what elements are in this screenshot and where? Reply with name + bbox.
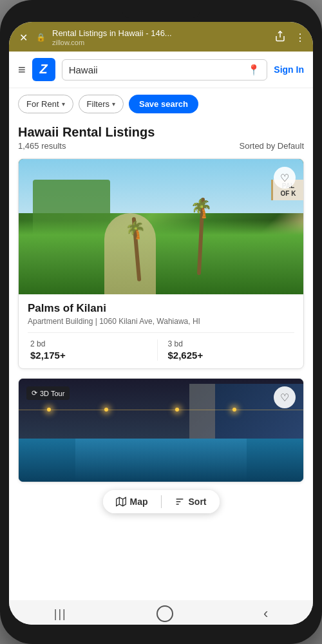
listing-card-2[interactable]: ♡ ⟳ 3D Tour (18, 378, 304, 482)
phone-notch (122, 12, 200, 18)
main-content: ≡ Z 📍 Sign In For Rent ▾ Filters ▾ (9, 52, 313, 600)
filters-chevron-icon: ▾ (112, 100, 115, 108)
zillow-logo[interactable]: Z (32, 58, 55, 81)
browser-url-text: Rental Listings in Hawaii - 146... (52, 28, 268, 38)
listing-card-1[interactable]: 🌴 🌴 PALOF K ♡ Palms of Kilani Apa (18, 158, 304, 369)
map-button[interactable]: Map (103, 490, 161, 513)
bottom-action-bar: Map Sort (9, 482, 313, 521)
browser-close-button[interactable]: ✕ (17, 32, 30, 44)
save-search-button[interactable]: Save search (129, 95, 198, 113)
svg-marker-1 (116, 497, 126, 506)
results-count: 1,465 results (18, 141, 66, 151)
nav-back-icon[interactable]: ‹ (263, 605, 268, 622)
filter-bar: For Rent ▾ Filters ▾ Save search (9, 88, 313, 120)
filters-button[interactable]: Filters ▾ (79, 95, 124, 113)
nav-lines-icon: ||| (54, 607, 67, 621)
phone-bottom-nav: ||| ‹ (9, 600, 313, 625)
price-amount-2: $2,625+ (168, 350, 292, 361)
results-header: Hawaii Rental Listings 1,465 results Sor… (9, 120, 313, 158)
listing-prices-1: 2 bd $2,175+ 3 bd $2,625+ (28, 332, 294, 361)
listing-name-1: Palms of Kilani (28, 302, 294, 315)
sign-in-link[interactable]: Sign In (274, 64, 304, 75)
sort-label: Sorted by Default (240, 141, 304, 151)
sort-button-label: Sort (189, 497, 207, 507)
nav-home-button[interactable] (156, 605, 173, 622)
for-rent-chevron-icon: ▾ (62, 100, 65, 108)
map-button-label: Map (130, 497, 148, 507)
results-title: Hawaii Rental Listings (18, 125, 304, 140)
filters-label: Filters (87, 99, 109, 109)
price-amount-1: $2,175+ (30, 350, 155, 361)
map-sort-bar: Map Sort (103, 490, 220, 513)
tour-icon: ⟳ (32, 389, 37, 397)
search-input[interactable] (69, 64, 248, 75)
tour-badge-label: 3D Tour (40, 390, 64, 397)
favorite-icon-2[interactable]: ♡ (274, 386, 296, 408)
listing-image-1: 🌴 🌴 PALOF K ♡ (19, 159, 303, 294)
browser-menu-icon[interactable]: ⋮ (295, 32, 305, 44)
search-bar[interactable]: 📍 (62, 59, 268, 80)
tour-badge: ⟳ 3D Tour (26, 386, 70, 400)
browser-domain-text: zillow.com (52, 39, 268, 46)
price-beds-label-2: 3 bd (168, 339, 292, 348)
lock-icon: 🔒 (36, 33, 46, 42)
favorite-icon-1[interactable]: ♡ (274, 167, 296, 189)
price-option-2bd: 2 bd $2,175+ (28, 339, 158, 361)
listing-image-2: ♡ ⟳ 3D Tour (19, 379, 303, 482)
price-option-3bd: 3 bd $2,625+ (158, 339, 295, 361)
price-beds-label-1: 2 bd (30, 339, 155, 348)
location-pin-icon[interactable]: 📍 (247, 64, 260, 76)
listing-info-1: Palms of Kilani Apartment Building | 106… (19, 294, 303, 368)
browser-chrome: ✕ 🔒 Rental Listings in Hawaii - 146... z… (9, 22, 313, 52)
sort-button[interactable]: Sort (162, 490, 220, 513)
listing-address-1: Apartment Building | 1060 Kilani Ave, Wa… (28, 317, 294, 326)
share-icon[interactable] (274, 30, 286, 44)
hamburger-menu-icon[interactable]: ≡ (18, 62, 26, 77)
for-rent-label: For Rent (26, 99, 59, 109)
for-rent-filter[interactable]: For Rent ▾ (18, 95, 73, 113)
app-header: ≡ Z 📍 Sign In (9, 52, 313, 88)
